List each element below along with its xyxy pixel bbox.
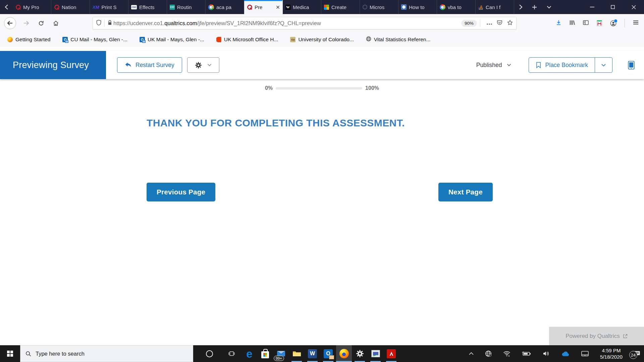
- tab-national[interactable]: Nation: [51, 0, 90, 14]
- volume-tray-icon[interactable]: [543, 351, 550, 357]
- touchpad-tray-icon[interactable]: [581, 351, 589, 356]
- place-bookmark-button[interactable]: Place Bookmark: [529, 57, 612, 73]
- maximize-button[interactable]: [602, 0, 623, 14]
- tab-print[interactable]: XM Print S: [90, 0, 128, 14]
- toolbar-right-icons: [556, 14, 639, 32]
- list-all-tabs-button[interactable]: [542, 0, 556, 14]
- powered-by-qualtrics[interactable]: Powered by Qualtrics: [549, 327, 644, 345]
- reload-button[interactable]: [36, 18, 46, 28]
- qualtrics-favicon-icon: [15, 4, 21, 10]
- stat-favicon-icon: STAT: [170, 5, 175, 10]
- gear-icon: [195, 61, 202, 69]
- tray-expand-button[interactable]: [469, 352, 474, 355]
- bookmark-cu-mail[interactable]: O CU Mail - Mays, Glen -...: [62, 37, 127, 43]
- onedrive-tray-icon[interactable]: [561, 351, 570, 356]
- bookmark-getting-started[interactable]: Getting Started: [7, 37, 50, 43]
- tab-aca[interactable]: aca pa: [206, 0, 244, 14]
- shield-icon[interactable]: [96, 20, 101, 27]
- taskbar-clock[interactable]: 4:59 PM 5/18/2020: [600, 347, 623, 360]
- url-text[interactable]: https://ucdenver.co1.qualtrics.com/jfe/p…: [113, 20, 461, 26]
- store-taskbar-button[interactable]: [257, 345, 273, 362]
- sidebars-button[interactable]: [583, 20, 589, 26]
- back-button[interactable]: [4, 17, 16, 29]
- tab-preview-active[interactable]: Pre: [244, 0, 283, 14]
- url-path: /jfe/preview/SV_1Rl2NM9klvif6fz?Q_CHL=pr…: [197, 20, 321, 26]
- previewing-survey-banner: Previewing Survey: [0, 51, 106, 79]
- downloads-button[interactable]: [556, 20, 561, 27]
- tab-create[interactable]: Create: [321, 0, 360, 14]
- firefox-taskbar-button[interactable]: [336, 345, 352, 362]
- tab-my-projects[interactable]: My Pro: [13, 0, 51, 14]
- library-button[interactable]: [569, 20, 575, 27]
- outlook-icon: O: [324, 349, 333, 358]
- zoom-level-badge[interactable]: 90%: [461, 20, 477, 27]
- page-actions-more-icon[interactable]: [487, 20, 492, 26]
- bookmark-star-icon[interactable]: [507, 20, 513, 27]
- place-bookmark-main[interactable]: Place Bookmark: [529, 58, 595, 72]
- tab-scroll-left-button[interactable]: [0, 0, 13, 14]
- wifi-icon: [503, 351, 511, 357]
- previous-page-button[interactable]: Previous Page: [147, 183, 215, 201]
- tab-effects[interactable]: CDC Effects: [128, 0, 167, 14]
- edge-taskbar-button[interactable]: e: [241, 345, 257, 362]
- qualtrics-favicon-icon: [247, 4, 252, 10]
- word-taskbar-button[interactable]: W: [305, 345, 320, 362]
- lock-icon[interactable]: [108, 20, 112, 27]
- close-button[interactable]: [623, 0, 644, 14]
- home-button[interactable]: [51, 18, 60, 28]
- minimize-icon: [590, 7, 594, 7]
- bookmark-label: Vital Statistics Referen...: [374, 37, 431, 43]
- address-bar[interactable]: https://ucdenver.co1.qualtrics.com/jfe/p…: [93, 17, 517, 29]
- bookmark-university-colorado[interactable]: CU University of Colorado...: [290, 37, 354, 43]
- tab-close-icon[interactable]: [276, 4, 280, 10]
- preview-options-button[interactable]: [187, 57, 219, 73]
- chevron-down-icon: [601, 64, 606, 67]
- tab-routine[interactable]: STAT Routin: [167, 0, 206, 14]
- wifi-tray-icon[interactable]: [503, 351, 511, 357]
- tab-can-i[interactable]: Can I f: [476, 0, 514, 14]
- forward-button[interactable]: [21, 18, 31, 28]
- mobile-preview-button[interactable]: [628, 61, 635, 70]
- mail-taskbar-button[interactable]: 99+: [273, 345, 289, 362]
- task-view-button[interactable]: [222, 345, 241, 362]
- menu-button[interactable]: [633, 20, 639, 26]
- bookmark-vital-statistics[interactable]: Vital Statistics Referen...: [366, 36, 431, 43]
- next-page-button[interactable]: Next Page: [438, 183, 493, 201]
- pocket-icon[interactable]: [497, 20, 502, 27]
- bookmark-uk-mail[interactable]: O UK Mail - Mays, Glen -...: [140, 37, 204, 43]
- restart-icon: [125, 62, 132, 68]
- tab-how-to[interactable]: How to: [398, 0, 437, 14]
- mcafee-icon[interactable]: [597, 20, 602, 26]
- tab-label: Routin: [177, 4, 203, 10]
- taskbar-search-box[interactable]: Type here to search: [20, 345, 193, 362]
- tab-vba[interactable]: vba to: [437, 0, 476, 14]
- forward-icon: [23, 20, 29, 26]
- snipping-tool-taskbar-button[interactable]: [368, 345, 383, 362]
- w-favicon-icon: W: [285, 5, 290, 10]
- account-button[interactable]: [610, 20, 616, 26]
- place-bookmark-caret[interactable]: [595, 58, 612, 72]
- account-icon: [610, 20, 616, 26]
- minimize-button[interactable]: [582, 0, 602, 14]
- speaker-icon: [543, 351, 550, 357]
- action-center-button[interactable]: 24: [634, 350, 641, 357]
- tab-microsoft[interactable]: Micros: [360, 0, 398, 14]
- network-security-tray-icon[interactable]: [485, 350, 492, 357]
- restart-survey-button[interactable]: Restart Survey: [117, 57, 182, 73]
- settings-taskbar-button[interactable]: [352, 345, 368, 362]
- battery-tray-icon[interactable]: [522, 351, 531, 356]
- outlook-taskbar-button[interactable]: O: [320, 345, 336, 362]
- new-tab-button[interactable]: [527, 0, 542, 14]
- file-explorer-taskbar-button[interactable]: [289, 345, 305, 362]
- acrobat-taskbar-button[interactable]: [383, 345, 399, 362]
- publish-status-dropdown[interactable]: Published: [476, 62, 511, 69]
- start-button[interactable]: [0, 345, 20, 362]
- external-link-icon: [623, 334, 628, 339]
- browser-navigation-bar: https://ucdenver.co1.qualtrics.com/jfe/p…: [0, 14, 644, 32]
- chevron-up-icon: [469, 352, 474, 355]
- tab-scroll-right-button[interactable]: [514, 0, 527, 14]
- bookmark-uk-office[interactable]: UK Microsoft Office H...: [216, 37, 278, 43]
- tab-medicare[interactable]: W Medica: [283, 0, 321, 14]
- cortana-button[interactable]: [199, 345, 219, 362]
- back-icon: [7, 20, 13, 26]
